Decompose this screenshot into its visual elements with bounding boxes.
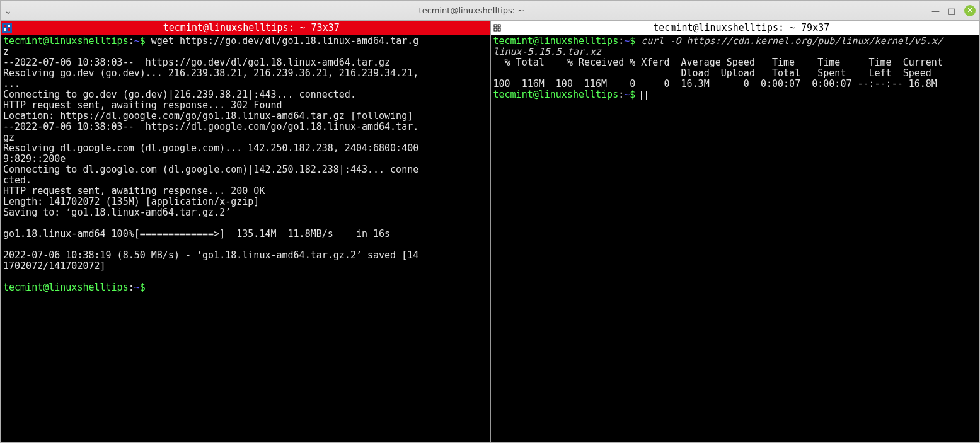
- pane-title-left: tecmint@linuxshelltips: ~ 73x37: [14, 22, 488, 33]
- prompt-dollar-2: $: [140, 282, 146, 293]
- prompt-path-2: ~: [134, 282, 140, 293]
- prompt-path: ~: [134, 35, 140, 47]
- svg-rect-7: [498, 28, 500, 31]
- prompt-dollar-r2: $: [630, 89, 635, 100]
- split-grid-icon[interactable]: [492, 23, 502, 33]
- close-button[interactable]: ✕: [964, 5, 976, 16]
- titlebar-left: ⌄: [4, 6, 12, 16]
- cursor: [641, 91, 647, 100]
- terminal-window: ⌄ tecmint@linuxshelltips: ~ — □ ✕ tecmin…: [0, 0, 980, 443]
- maximize-button[interactable]: □: [948, 6, 957, 15]
- prompt-path-r: ~: [624, 35, 630, 47]
- prompt-user-r2: tecmint@linuxshelltips: [493, 89, 619, 100]
- titlebar-controls: — □ ✕: [931, 5, 976, 16]
- terminal-pane-right[interactable]: tecmint@linuxshelltips: ~ 79x37 tecmint@…: [491, 21, 980, 442]
- pane-title-right: tecmint@linuxshelltips: ~ 79x37: [505, 22, 979, 33]
- prompt-dollar-r: $: [630, 35, 635, 47]
- svg-rect-0: [4, 25, 6, 27]
- terminal-output-left[interactable]: tecmint@linuxshelltips:~$ wget https://g…: [1, 35, 490, 442]
- svg-rect-2: [4, 28, 6, 31]
- prompt-dollar: $: [140, 35, 146, 47]
- terminal-output-right[interactable]: tecmint@linuxshelltips:~$ curl -O https:…: [491, 35, 980, 442]
- window-titlebar[interactable]: ⌄ tecmint@linuxshelltips: ~ — □ ✕: [1, 1, 979, 21]
- svg-rect-5: [498, 25, 500, 27]
- dropdown-icon[interactable]: ⌄: [4, 6, 12, 16]
- pane-titlebar-left[interactable]: tecmint@linuxshelltips: ~ 73x37: [1, 21, 490, 35]
- svg-rect-6: [494, 28, 497, 31]
- terminator-new-icon[interactable]: [2, 23, 12, 33]
- minimize-button[interactable]: —: [931, 6, 940, 15]
- split-container: tecmint@linuxshelltips: ~ 73x37 tecmint@…: [1, 21, 979, 442]
- curl-output: % Total % Received % Xferd Average Speed…: [493, 57, 943, 89]
- svg-rect-4: [494, 25, 497, 27]
- prompt-path-r2: ~: [624, 89, 630, 100]
- svg-rect-1: [8, 25, 10, 27]
- pane-titlebar-right[interactable]: tecmint@linuxshelltips: ~ 79x37: [491, 21, 980, 35]
- wget-output: --2022-07-06 10:38:03-- https://go.dev/d…: [3, 57, 418, 272]
- svg-rect-3: [8, 28, 10, 31]
- terminal-pane-left[interactable]: tecmint@linuxshelltips: ~ 73x37 tecmint@…: [1, 21, 490, 442]
- prompt-user-r: tecmint@linuxshelltips: [493, 35, 619, 47]
- prompt-user-2: tecmint@linuxshelltips: [3, 282, 129, 293]
- window-title: tecmint@linuxshelltips: ~: [12, 6, 931, 15]
- prompt-user: tecmint@linuxshelltips: [3, 35, 129, 47]
